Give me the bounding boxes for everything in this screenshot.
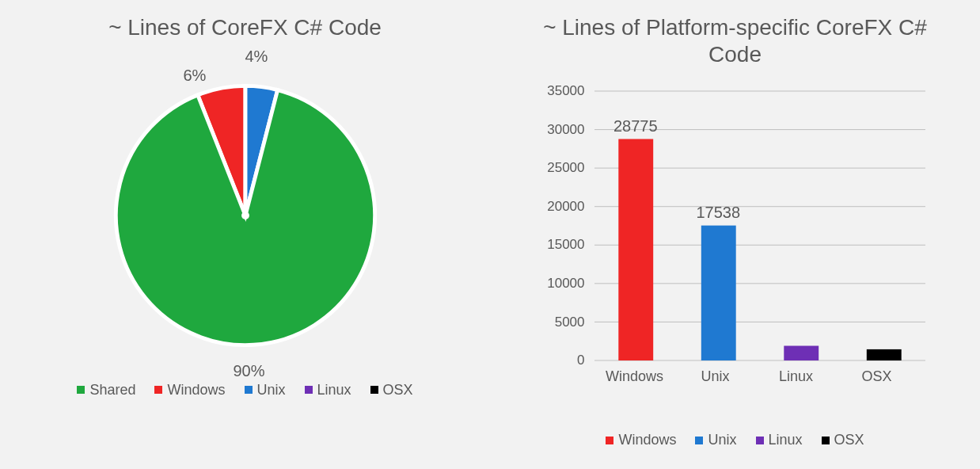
bar-legend-label: Unix <box>708 432 736 448</box>
bar-legend: Windows Unix Linux OSX <box>530 432 941 448</box>
bar-legend-unix: Unix <box>695 432 736 448</box>
bar-legend-windows: Windows <box>606 432 676 448</box>
bar-svg <box>530 75 941 392</box>
pie-label-shared: 90% <box>234 362 265 380</box>
bar-ytick-label: 30000 <box>537 122 585 138</box>
bar-legend-linux: Linux <box>756 432 803 448</box>
pie-legend-unix: Unix <box>245 382 286 398</box>
bar-title: ~ Lines of Platform-specific CoreFX C# C… <box>537 14 933 67</box>
pie-title: ~ Lines of CoreFX C# Code <box>108 14 382 41</box>
bar-datalabel-unix: 17538 <box>696 204 740 222</box>
swatch-icon <box>822 437 830 444</box>
pie-label-unix: 4% <box>245 48 268 66</box>
swatch-icon <box>154 386 162 394</box>
bar-ytick-label: 10000 <box>537 276 585 292</box>
bar-windows <box>618 139 653 361</box>
pie-legend-osx: OSX <box>370 382 413 398</box>
panel-pie: ~ Lines of CoreFX C# Code 90% 6% 4% Shar… <box>0 0 490 469</box>
bar-unix <box>701 226 735 360</box>
pie-legend: Shared Windows Unix Linux OSX <box>77 382 412 398</box>
bar-linux <box>784 346 819 360</box>
pie-chart: 90% 6% 4% <box>79 49 412 382</box>
bar-x-axis-labels: WindowsUnixLinuxOSX <box>594 368 917 385</box>
charts-container: ~ Lines of CoreFX C# Code 90% 6% 4% Shar… <box>0 0 980 469</box>
pie-svg <box>103 73 388 358</box>
bar-legend-label: OSX <box>834 432 864 448</box>
bar-osx <box>866 349 901 360</box>
bar-xtick-label: Windows <box>594 368 675 385</box>
pie-legend-label: Linux <box>317 382 351 398</box>
bar-ytick-label: 15000 <box>537 237 585 253</box>
bar-datalabel-windows: 28775 <box>613 117 658 135</box>
bar-legend-label: Linux <box>769 432 803 448</box>
bar-ytick-label: 20000 <box>537 199 585 215</box>
pie-legend-label: OSX <box>383 382 413 398</box>
swatch-icon <box>305 386 313 394</box>
pie-legend-label: Windows <box>167 382 225 398</box>
bar-xtick-label: OSX <box>837 368 917 385</box>
pie-legend-linux: Linux <box>305 382 351 398</box>
panel-bar: ~ Lines of Platform-specific CoreFX C# C… <box>490 0 980 469</box>
bar-xtick-label: Linux <box>756 368 837 385</box>
swatch-icon <box>756 437 764 444</box>
bar-ytick-label: 25000 <box>537 160 585 176</box>
swatch-icon <box>606 437 613 444</box>
swatch-icon <box>370 386 378 394</box>
bar-chart: 05000100001500020000250003000035000 Wind… <box>530 75 941 424</box>
bar-legend-label: Windows <box>618 432 676 448</box>
pie-legend-label: Unix <box>257 382 286 398</box>
pie-legend-windows: Windows <box>154 382 225 398</box>
swatch-icon <box>695 437 703 444</box>
bar-ytick-label: 5000 <box>537 315 585 330</box>
swatch-icon <box>245 386 253 394</box>
svg-point-0 <box>241 212 249 219</box>
bar-ytick-label: 35000 <box>537 83 585 99</box>
bar-legend-osx: OSX <box>822 432 864 448</box>
pie-legend-shared: Shared <box>77 382 135 398</box>
swatch-icon <box>77 386 85 394</box>
pie-legend-label: Shared <box>89 382 135 398</box>
pie-label-windows: 6% <box>184 67 207 85</box>
bar-ytick-label: 0 <box>537 353 585 368</box>
bar-xtick-label: Unix <box>675 368 756 385</box>
